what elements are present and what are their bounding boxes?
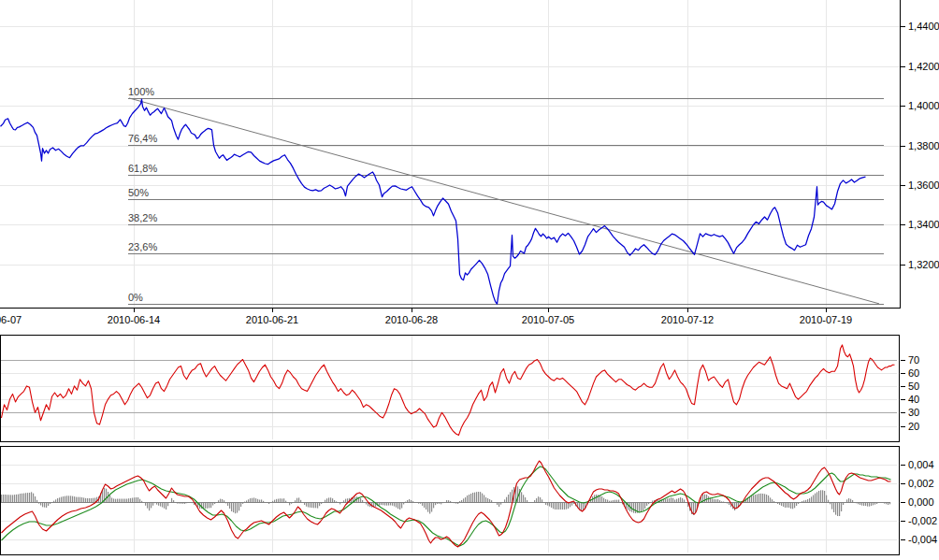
- macd-axis-label: -0,002: [908, 515, 937, 526]
- date-tick-mark: [412, 309, 412, 312]
- price-axis-label-tick: [901, 26, 905, 27]
- macd-axis-label: 0,002: [908, 478, 934, 489]
- price-axis-label: 1,3800: [908, 140, 939, 151]
- date-label: 2010-06-07: [0, 314, 33, 325]
- price-chart-canvas: [0, 0, 900, 308]
- fib-level-label: 50%: [128, 187, 149, 199]
- date-tick-mark: [826, 309, 827, 312]
- price-axis-label-tick: [901, 265, 905, 266]
- date-tick-mark: [134, 309, 135, 312]
- price-axis-label-tick: [901, 66, 905, 67]
- macd-axis-label: 0,004: [908, 459, 934, 470]
- price-axis-label-tick: [901, 106, 905, 107]
- rsi-series-line: [2, 345, 895, 436]
- price-axis-label: 1,4200: [908, 61, 939, 72]
- price-axis-label: 1,4000: [908, 100, 939, 111]
- macd-main-line: [2, 461, 891, 547]
- fib-level-label: 23,6%: [128, 241, 157, 253]
- date-label: 2010-06-14: [96, 314, 171, 325]
- macd-signal-line: [2, 467, 891, 546]
- rsi-chart-canvas: [1, 336, 897, 439]
- rsi-axis-label-tick: [901, 373, 905, 374]
- macd-axis-label-tick: [901, 483, 905, 484]
- fib-level-label: 100%: [128, 86, 154, 98]
- fib-level-label: 61,8%: [128, 163, 157, 175]
- date-label: 2010-07-19: [788, 314, 863, 325]
- date-tick-mark: [548, 309, 549, 312]
- price-axis-label-tick: [901, 185, 905, 186]
- fib-level-label: 76,4%: [128, 133, 157, 145]
- macd-axis-label-tick: [901, 465, 905, 466]
- rsi-axis-label-tick: [901, 360, 905, 361]
- macd-axis-label-tick: [901, 502, 905, 503]
- date-label: 2010-07-12: [650, 314, 725, 325]
- date-label: 2010-06-28: [374, 314, 449, 325]
- macd-axis-label: 0,000: [908, 496, 934, 508]
- fib-level-label: 0%: [128, 292, 143, 304]
- macd-axis-label-tick: [901, 539, 905, 540]
- macd-chart-canvas: [1, 447, 897, 553]
- rsi-axis-label: 20: [908, 421, 919, 432]
- rsi-axis-label-tick: [901, 386, 905, 387]
- rsi-axis-label-tick: [901, 399, 905, 400]
- rsi-axis-label: 60: [908, 367, 919, 379]
- rsi-axis-label: 70: [908, 354, 919, 366]
- price-series-line: [1, 99, 866, 304]
- date-axis: 2010-06-072010-06-142010-06-212010-06-28…: [0, 309, 900, 334]
- price-chart-panel[interactable]: [0, 0, 901, 309]
- macd-indicator-panel[interactable]: [0, 446, 900, 555]
- trading-chart-window: 2010-06-072010-06-142010-06-212010-06-28…: [0, 0, 939, 560]
- price-axis-label: 1,4400: [908, 21, 939, 32]
- rsi-axis-label: 40: [908, 394, 919, 405]
- price-axis-label: 1,3200: [908, 259, 939, 270]
- date-label: 2010-06-21: [235, 314, 310, 325]
- fib-level-label: 38,2%: [128, 212, 157, 224]
- macd-axis-label: -0,004: [908, 534, 937, 545]
- date-label: 2010-07-05: [511, 314, 585, 325]
- descending-trendline[interactable]: [129, 98, 879, 304]
- rsi-axis-label-tick: [901, 412, 905, 413]
- price-axis-label: 1,3600: [908, 179, 939, 191]
- price-axis-label-tick: [901, 146, 905, 147]
- date-tick-mark: [687, 309, 688, 312]
- rsi-indicator-panel[interactable]: [0, 335, 900, 442]
- macd-axis-label-tick: [901, 521, 905, 522]
- price-axis-label-tick: [901, 224, 905, 225]
- date-tick-mark: [272, 309, 273, 312]
- rsi-axis-label-tick: [901, 426, 905, 427]
- rsi-axis-label: 50: [908, 381, 919, 392]
- rsi-axis-label: 30: [908, 407, 919, 418]
- price-axis-label: 1,3400: [908, 219, 939, 230]
